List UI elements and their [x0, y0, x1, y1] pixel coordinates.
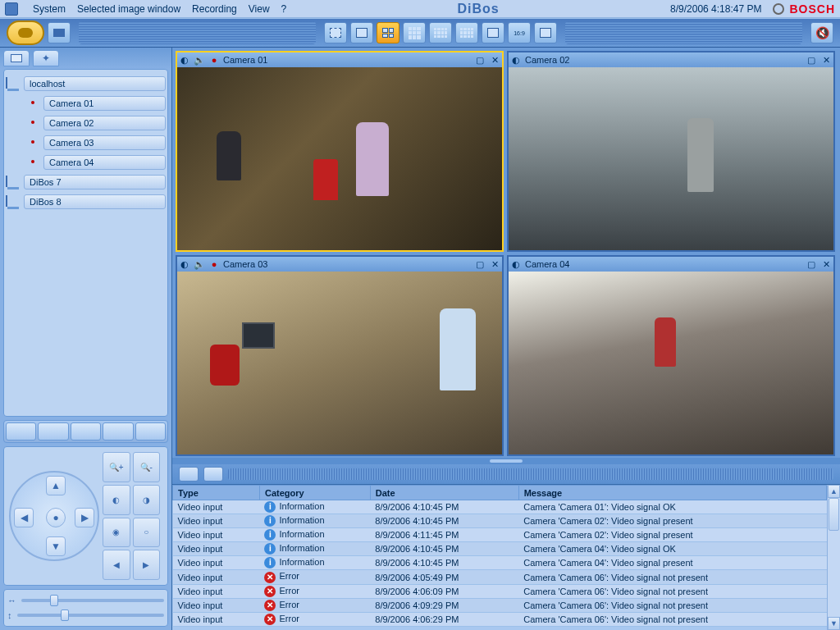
- zoom-in[interactable]: 🔍+: [103, 452, 130, 482]
- scroll-thumb[interactable]: [829, 498, 839, 531]
- audio-icon[interactable]: 🔈: [194, 54, 205, 66]
- camera-feed[interactable]: [177, 67, 502, 250]
- log-list-button[interactable]: [203, 467, 223, 482]
- scroll-track[interactable]: [828, 498, 840, 617]
- relay-btn-2[interactable]: [38, 422, 68, 441]
- ptz-up[interactable]: ▲: [46, 476, 66, 495]
- tree-host-item[interactable]: DiBos 7: [6, 173, 166, 191]
- horizontal-splitter[interactable]: [172, 458, 840, 464]
- camera-title: Camera 04: [525, 259, 569, 269]
- camera-feed[interactable]: [509, 67, 833, 250]
- log-toolbar: [172, 464, 840, 484]
- menu-view[interactable]: View: [249, 3, 270, 15]
- tab-favorites[interactable]: ✦: [33, 50, 59, 66]
- log-column-header[interactable]: Type: [173, 486, 260, 500]
- tilt-speed-slider[interactable]: [17, 614, 165, 617]
- log-row[interactable]: Video inputiInformation8/9/2006 4:11:45 …: [173, 528, 827, 542]
- camera-tile[interactable]: ◐🔈●Camera 03▢✕: [176, 255, 504, 456]
- layout-seq-button[interactable]: [482, 22, 504, 43]
- log-row[interactable]: Video input✕Error8/9/2006 4:06:29 PMCame…: [173, 612, 827, 626]
- focus-near[interactable]: ◐: [103, 485, 130, 515]
- relay-btn-4[interactable]: [103, 422, 133, 441]
- log-row[interactable]: Video input✕Error8/9/2006 4:05:49 PMCame…: [173, 570, 827, 584]
- menu-help[interactable]: ?: [281, 3, 287, 15]
- log-filter-button[interactable]: [179, 467, 199, 482]
- relay-btn-5[interactable]: [135, 422, 166, 441]
- tree-camera-item[interactable]: Camera 03: [6, 134, 166, 152]
- layout-4-button[interactable]: [377, 22, 399, 43]
- log-row[interactable]: Video input✕Error8/9/2006 4:06:09 PMCame…: [173, 584, 827, 598]
- log-row[interactable]: Video inputiInformation8/9/2006 4:10:45 …: [173, 556, 827, 570]
- menu-selected-window[interactable]: Selected image window: [77, 3, 180, 15]
- relay-btn-1[interactable]: [6, 422, 36, 441]
- camera-feed[interactable]: [177, 272, 502, 454]
- ptz-center[interactable]: ●: [46, 508, 66, 527]
- ptz-left[interactable]: ◀: [14, 508, 34, 527]
- log-category: ✕Error: [259, 612, 370, 626]
- log-category: ✕Error: [259, 598, 370, 612]
- layout-12-button[interactable]: [429, 22, 452, 43]
- iris-open[interactable]: ◉: [103, 518, 130, 548]
- layout-16-button[interactable]: [455, 22, 478, 43]
- scroll-up[interactable]: ▲: [828, 485, 840, 498]
- audio-icon[interactable]: 🔈: [194, 258, 205, 270]
- error-icon: ✕: [264, 600, 276, 611]
- log-category: iInformation: [259, 556, 370, 570]
- menu-system[interactable]: System: [33, 3, 66, 15]
- mute-button[interactable]: 🔇: [810, 22, 833, 43]
- log-row[interactable]: Video inputiInformation8/9/2006 4:10:45 …: [173, 542, 827, 556]
- camera-tile[interactable]: ◐🔈●Camera 01▢✕: [176, 51, 504, 252]
- iris-close[interactable]: ○: [133, 518, 161, 548]
- ptz-down[interactable]: ▼: [46, 536, 66, 556]
- log-row[interactable]: Video inputiInformation8/9/2006 4:10:45 …: [173, 514, 827, 528]
- clock: 8/9/2006 4:18:47 PM: [670, 3, 761, 15]
- close-icon[interactable]: ✕: [489, 258, 500, 270]
- maximize-icon[interactable]: ▢: [474, 258, 486, 270]
- close-icon[interactable]: ✕: [489, 54, 500, 66]
- focus-far[interactable]: ◑: [133, 485, 161, 515]
- camera-tile[interactable]: ◐Camera 04▢✕: [507, 255, 835, 456]
- tree-camera-item[interactable]: Camera 01: [6, 94, 166, 112]
- camera-tile[interactable]: ◐Camera 02▢✕: [507, 51, 835, 252]
- relay-btn-3[interactable]: [71, 422, 101, 441]
- layout-extra-button[interactable]: [534, 22, 557, 43]
- tree-host-item[interactable]: DiBos 8: [6, 193, 166, 211]
- log-message: Camera 'Camera 06': Video signal not pre…: [518, 598, 826, 612]
- camera-area: ◐🔈●Camera 01▢✕◐Camera 02▢✕◐🔈●Camera 03▢✕…: [172, 48, 840, 458]
- ptz-right[interactable]: ▶: [75, 508, 94, 527]
- close-icon[interactable]: ✕: [820, 54, 832, 66]
- close-icon[interactable]: ✕: [820, 258, 832, 270]
- log-column-header[interactable]: Message: [518, 486, 826, 500]
- fullscreen-button[interactable]: [324, 22, 347, 43]
- aspect-button[interactable]: 16:9: [508, 22, 531, 43]
- preset-prev[interactable]: ◀: [103, 550, 130, 580]
- maximize-icon[interactable]: ▢: [806, 258, 817, 270]
- log-row[interactable]: Video input✕Error8/9/2006 4:09:29 PMCame…: [173, 598, 827, 612]
- playback-mode-button[interactable]: [48, 22, 71, 43]
- layout-9-button[interactable]: [403, 22, 426, 43]
- log-scrollbar[interactable]: ▲ ▼: [827, 485, 840, 630]
- tree-host-item[interactable]: localhost: [6, 75, 166, 93]
- tree-item-label: DiBos 7: [24, 175, 166, 189]
- tab-devices[interactable]: [3, 50, 30, 66]
- preset-next[interactable]: ▶: [133, 550, 161, 580]
- maximize-icon[interactable]: ▢: [474, 54, 486, 66]
- log-message: Camera 'Camera 06': Video signal not pre…: [518, 584, 826, 598]
- layout-1-button[interactable]: [350, 22, 373, 43]
- pan-speed-slider[interactable]: [21, 599, 164, 602]
- tree-camera-item[interactable]: Camera 04: [6, 153, 166, 171]
- log-message: Camera 'Camera 04': Video signal OK: [518, 542, 826, 556]
- zoom-out[interactable]: 🔍-: [133, 452, 161, 482]
- maximize-icon[interactable]: ▢: [806, 54, 817, 66]
- log-column-header[interactable]: Category: [259, 486, 370, 500]
- scroll-down[interactable]: ▼: [828, 617, 840, 630]
- ptz-wheel: ▲ ▼ ◀ ▶ ●: [9, 471, 99, 561]
- log-column-header[interactable]: Date: [370, 486, 518, 500]
- menu-recording[interactable]: Recording: [192, 3, 237, 15]
- log-row[interactable]: Video inputiInformation8/9/2006 4:10:45 …: [173, 500, 827, 514]
- camera-feed[interactable]: [509, 272, 833, 454]
- tree-camera-item[interactable]: Camera 02: [6, 114, 166, 132]
- log-date: 8/9/2006 4:10:45 PM: [370, 500, 518, 514]
- live-mode-button[interactable]: [7, 21, 44, 45]
- seq-icon: [487, 28, 499, 38]
